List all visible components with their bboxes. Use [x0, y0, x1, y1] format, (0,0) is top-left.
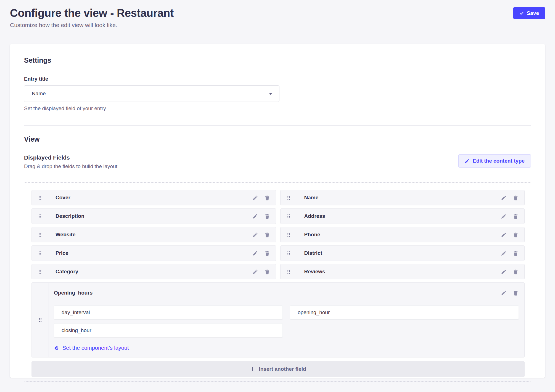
entry-title-group: Entry title Name Set the displayed field… — [24, 76, 531, 112]
trash-icon — [265, 214, 270, 219]
config-card: Settings Entry title Name Set the displa… — [10, 44, 545, 378]
edit-field-button[interactable] — [501, 269, 506, 274]
drag-handle-icon[interactable] — [281, 227, 297, 242]
insert-another-field-label: Insert another field — [259, 366, 306, 372]
field-row-phone[interactable]: Phone — [280, 227, 525, 242]
field-row-label: Website — [48, 227, 253, 242]
edit-field-button[interactable] — [253, 232, 258, 237]
edit-content-type-button[interactable]: Edit the content type — [458, 154, 531, 168]
pencil-icon — [501, 290, 506, 296]
component-field-closing-hour[interactable]: closing_hour — [54, 323, 283, 337]
edit-field-button[interactable] — [253, 269, 258, 274]
delete-field-button[interactable] — [513, 290, 518, 296]
delete-field-button[interactable] — [265, 232, 270, 237]
field-row-label: Name — [297, 190, 501, 205]
trash-icon — [513, 251, 518, 256]
delete-field-button[interactable] — [265, 195, 270, 200]
edit-field-button[interactable] — [501, 290, 506, 296]
pencil-icon — [253, 251, 258, 256]
save-button[interactable]: Save — [513, 7, 545, 19]
field-row-label: Phone — [297, 227, 501, 242]
delete-field-button[interactable] — [513, 232, 518, 237]
page-title: Configure the view - Restaurant — [10, 6, 174, 20]
delete-field-button[interactable] — [265, 251, 270, 256]
drag-handle-icon[interactable] — [32, 246, 48, 261]
pencil-icon — [253, 232, 258, 237]
trash-icon — [513, 214, 518, 219]
delete-field-button[interactable] — [513, 269, 518, 274]
trash-icon — [265, 251, 270, 256]
field-row-price[interactable]: Price — [31, 245, 276, 261]
view-heading: View — [24, 135, 531, 143]
component-header: Opening_hours — [54, 290, 519, 296]
pencil-icon — [501, 251, 506, 256]
field-row-name[interactable]: Name — [280, 190, 525, 205]
field-row-description[interactable]: Description — [31, 208, 276, 224]
page-subtitle: Customize how the edit view will look li… — [10, 22, 174, 28]
plus-icon — [250, 367, 255, 372]
field-row-label: Description — [48, 209, 253, 224]
trash-icon — [513, 195, 518, 200]
field-row-website[interactable]: Website — [31, 227, 276, 242]
edit-field-button[interactable] — [253, 251, 258, 256]
component-block-opening-hours[interactable]: Opening_hours day_interval opening_hour … — [31, 282, 525, 357]
entry-title-select[interactable]: Name — [24, 85, 279, 102]
pencil-icon — [501, 232, 506, 237]
edit-field-button[interactable] — [501, 195, 506, 200]
pencil-icon — [501, 214, 506, 219]
section-divider — [24, 125, 531, 126]
edit-field-button[interactable] — [253, 195, 258, 200]
delete-field-button[interactable] — [265, 269, 270, 274]
field-row-address[interactable]: Address — [280, 208, 525, 224]
header-text: Configure the view - Restaurant Customiz… — [10, 6, 174, 28]
check-icon — [519, 11, 524, 15]
settings-heading: Settings — [24, 56, 531, 64]
edit-field-button[interactable] — [253, 214, 258, 219]
pencil-icon — [501, 195, 506, 200]
set-component-layout-link[interactable]: Set the component's layout — [54, 345, 129, 351]
entry-title-hint: Set the displayed field of your entry — [24, 105, 531, 112]
displayed-fields-title: Displayed Fields — [24, 154, 117, 161]
component-field-opening-hour[interactable]: opening_hour — [290, 305, 519, 319]
insert-another-field-button[interactable]: Insert another field — [31, 361, 525, 377]
trash-icon — [265, 195, 270, 200]
set-component-layout-label: Set the component's layout — [62, 345, 129, 351]
drag-handle-icon[interactable] — [32, 227, 48, 242]
fields-grid: Cover Description Website — [31, 190, 525, 279]
entry-title-label: Entry title — [24, 76, 48, 82]
drag-handle-icon[interactable] — [32, 264, 48, 279]
pencil-icon — [253, 195, 258, 200]
field-row-label: Price — [48, 246, 253, 261]
drag-handle-icon[interactable] — [281, 246, 297, 261]
delete-field-button[interactable] — [265, 214, 270, 219]
drag-handle-icon[interactable] — [281, 190, 297, 205]
drag-handle-icon[interactable] — [32, 209, 48, 224]
component-field-day-interval[interactable]: day_interval — [54, 305, 283, 319]
field-row-category[interactable]: Category — [31, 264, 276, 279]
delete-field-button[interactable] — [513, 214, 518, 219]
field-row-label: Reviews — [297, 264, 501, 279]
edit-field-button[interactable] — [501, 232, 506, 237]
field-row-label: District — [297, 246, 501, 261]
field-row-label: Cover — [48, 190, 253, 205]
chevron-down-icon — [269, 92, 273, 95]
field-row-cover[interactable]: Cover — [31, 190, 276, 205]
drag-handle-icon[interactable] — [32, 190, 48, 205]
entry-title-select-value: Name — [32, 91, 46, 97]
drag-handle-icon[interactable] — [281, 209, 297, 224]
edit-field-button[interactable] — [501, 251, 506, 256]
trash-icon — [513, 232, 518, 237]
edit-field-button[interactable] — [501, 214, 506, 219]
gear-icon — [54, 346, 59, 351]
field-row-district[interactable]: District — [280, 245, 525, 261]
drag-handle-icon[interactable] — [32, 283, 49, 357]
field-row-reviews[interactable]: Reviews — [280, 264, 525, 279]
trash-icon — [265, 269, 270, 274]
fields-column-left: Cover Description Website — [31, 190, 276, 279]
edit-content-type-label: Edit the content type — [473, 158, 525, 164]
layout-dropzone: Cover Description Website — [24, 182, 531, 382]
component-fields-grid: day_interval opening_hour closing_hour — [54, 305, 519, 337]
drag-handle-icon[interactable] — [281, 264, 297, 279]
delete-field-button[interactable] — [513, 251, 518, 256]
delete-field-button[interactable] — [513, 195, 518, 200]
